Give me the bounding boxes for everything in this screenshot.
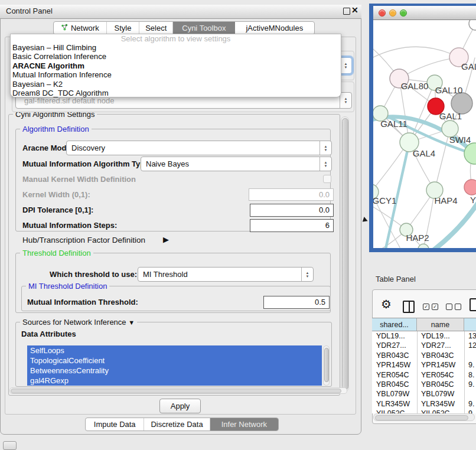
column-header-name[interactable]: name	[417, 318, 464, 331]
mi-steps-field[interactable]: 6	[250, 219, 334, 232]
table-cell[interactable]: YBL079W	[417, 389, 464, 399]
table-row[interactable]: YBR043CYBR043C	[372, 351, 476, 360]
gear-icon[interactable]: ⚙	[381, 297, 392, 311]
algorithm-option-bayesian-k2[interactable]: Bayesian – K2	[11, 80, 341, 89]
tab-impute-data[interactable]: Impute Data	[86, 418, 144, 431]
expand-right-icon[interactable]: ▶	[163, 235, 169, 244]
table-cell[interactable]: YPR145W	[417, 360, 464, 370]
table-cell[interactable]: 12	[464, 341, 476, 350]
apply-button[interactable]: Apply	[159, 399, 201, 413]
table-cell[interactable]: YBR045C	[372, 380, 417, 389]
table-cell[interactable]: YER054C	[417, 370, 464, 380]
manual-kernel-checkbox[interactable]	[323, 175, 331, 183]
table-row[interactable]: YBL079WYBL079W	[372, 389, 476, 399]
table-cell[interactable]: 9.	[464, 380, 476, 389]
table-row[interactable]: YDR27...YDR27...12	[372, 341, 476, 350]
tab-infer-network[interactable]: Infer Network	[210, 418, 278, 431]
screen: { "window": { "title": "Control Panel" }…	[0, 0, 476, 450]
table-cell[interactable]: 9.	[464, 399, 476, 409]
node-outline-top[interactable]	[469, 20, 476, 30]
table-row[interactable]: YLR345WYLR345W9.	[372, 399, 476, 409]
control-panel-titlebar[interactable]	[0, 5, 361, 19]
checked-pair-icon[interactable]: ✓✓	[423, 304, 438, 310]
columns-icon[interactable]	[403, 301, 415, 313]
traffic-lights	[379, 9, 407, 17]
close-icon[interactable]: ✕	[351, 5, 358, 15]
table-row[interactable]: YDL19...YDL19...13	[372, 331, 476, 341]
network-canvas[interactable]: GALGAL80GAL10GAL1GAL11SWI4GAL4GCY1HAP4YH…	[373, 20, 476, 248]
algorithm-option-aracne-algorithm[interactable]: ARACNE Algorithm	[11, 61, 341, 70]
table-horizontal-scrollbar-thumb[interactable]	[375, 415, 468, 420]
table-cell[interactable]: YIL052C	[417, 409, 464, 413]
algorithm-option-basic-correlation-inference[interactable]: Basic Correlation Inference	[11, 52, 341, 61]
table-row[interactable]: YIL052CYIL052C9	[372, 409, 476, 413]
column-header-shared[interactable]: shared...	[372, 318, 417, 331]
table-cell[interactable]: YBL079W	[372, 389, 417, 399]
tab-discretize-data[interactable]: Discretize Data	[144, 418, 210, 431]
tab-jactivemnodules[interactable]: jActiveMNodules	[235, 22, 314, 34]
mouse-cursor	[363, 217, 369, 223]
mi-threshold-field[interactable]: 0.5	[263, 296, 330, 309]
table-row[interactable]: YBR045CYBR045C9.	[372, 380, 476, 389]
table-horizontal-scrollbar[interactable]	[373, 413, 475, 421]
settings-vertical-scrollbar[interactable]	[341, 116, 349, 392]
table-cell[interactable]	[464, 389, 476, 399]
manual-kernel-label: Manual Kernel Width Definition	[22, 175, 136, 184]
attribute-item-betweennesscentrality[interactable]: BetweennessCentrality	[27, 366, 322, 376]
tab-style[interactable]: Style	[107, 22, 140, 34]
algorithm-option-mutual-information-inference[interactable]: Mutual Information Inference	[11, 70, 341, 79]
mi-threshold-label: Mutual Information Threshold:	[27, 296, 138, 309]
attribute-item-gal4rgexp[interactable]: gal4RGexp	[27, 376, 322, 386]
tab-cyni-toolbox[interactable]: Cyni Toolbox	[173, 22, 235, 34]
dpi-tolerance-field[interactable]: 0.0	[250, 204, 334, 217]
algorithm-option-bayesian-hill-climbing[interactable]: Bayesian – Hill Climbing	[11, 43, 341, 52]
table-cell[interactable]: YBR043C	[372, 351, 417, 360]
attribute-item-selfloops[interactable]: SelfLoops	[27, 345, 322, 356]
unchecked-pair-icon[interactable]	[446, 304, 461, 310]
table-cell[interactable]: YIL052C	[372, 409, 417, 413]
float-window-icon[interactable]	[343, 8, 350, 15]
table-row[interactable]: YER054CYER054C8.	[372, 370, 476, 380]
table-cell[interactable]: YLR345W	[372, 399, 417, 409]
zoom-traffic-light[interactable]	[400, 9, 407, 17]
table-cell[interactable]: 13	[464, 331, 476, 341]
collapse-down-icon[interactable]: ▼	[128, 319, 135, 326]
column-header-extra[interactable]	[464, 318, 476, 331]
node-salmon[interactable]	[464, 180, 476, 195]
table-cell[interactable]	[464, 351, 476, 360]
attribute-list-scrollbar-thumb[interactable]	[324, 348, 329, 382]
combo-stepper-icon: ▲▼	[301, 268, 313, 281]
aracne-mode-combo[interactable]: Discovery ▲▼	[66, 141, 332, 155]
table-cell[interactable]: YBR043C	[417, 351, 464, 360]
table-cell[interactable]: YER054C	[372, 370, 417, 380]
mi-type-combo[interactable]: Naive Bayes ▲▼	[141, 156, 332, 171]
settings-horizontal-scrollbar[interactable]	[9, 387, 347, 394]
table-cell[interactable]: 9	[464, 409, 476, 413]
table-cell[interactable]: YDL19...	[417, 331, 464, 341]
table-cell[interactable]: YDR27...	[417, 341, 464, 350]
table-cell[interactable]: 8.	[464, 370, 476, 380]
table-cell[interactable]: YDR27...	[372, 341, 417, 350]
attribute-item-topologicalcoefficient[interactable]: TopologicalCoefficient	[27, 356, 322, 366]
tab-select[interactable]: Select	[139, 22, 173, 34]
tab-network[interactable]: Network	[54, 22, 107, 34]
document-icon[interactable]	[470, 298, 476, 311]
settings-horizontal-scrollbar-thumb[interactable]	[11, 389, 341, 393]
table-cell[interactable]: YBR045C	[417, 380, 464, 389]
minimized-panel-button[interactable]	[3, 441, 17, 450]
settings-vertical-scrollbar-thumb[interactable]	[342, 118, 348, 390]
kernel-width-label: Kernel Width (0,1):	[22, 188, 90, 201]
table-cell[interactable]: YPR145W	[372, 360, 417, 370]
table-row[interactable]: YPR145WYPR145W9.	[372, 360, 476, 370]
mi-type-label: Mutual Information Algorithm Type:	[22, 156, 152, 171]
table-cell[interactable]: YDL19...	[372, 331, 417, 341]
table-cell[interactable]: YLR345W	[417, 399, 464, 409]
which-threshold-combo[interactable]: MI Threshold ▲▼	[138, 267, 314, 282]
algorithm-option-dream8-dc-tdc-algorithm[interactable]: Dream8 DC_TDC Algorithm	[11, 89, 341, 97]
minimize-traffic-light[interactable]	[389, 9, 396, 17]
table-cell[interactable]: 9.	[464, 360, 476, 370]
tab-label: Infer Network	[221, 420, 267, 429]
kernel-width-field[interactable]: 0.0	[249, 188, 334, 201]
attribute-list-scrollbar[interactable]	[323, 345, 330, 386]
close-traffic-light[interactable]	[379, 9, 386, 17]
